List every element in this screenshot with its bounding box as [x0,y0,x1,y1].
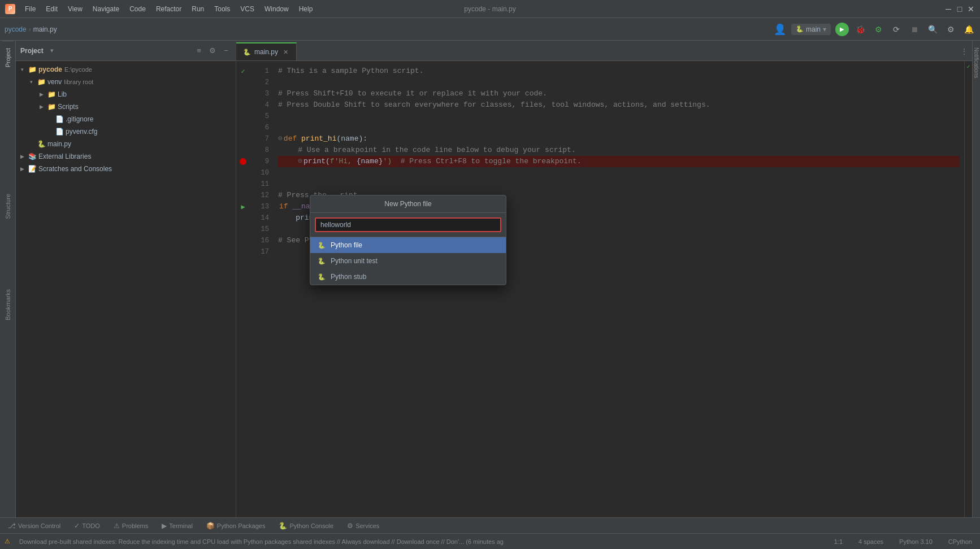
status-indent[interactable]: 4 spaces [855,537,887,546]
code-funcname-7: print_hi [301,133,336,145]
editor-tabs: 🐍 main.py ✕ ⋮ [236,41,972,61]
dialog-option-unit-test[interactable]: 🐍 Python unit test [310,253,506,269]
problems-icon: ⚠ [114,522,120,530]
status-python[interactable]: Python 3.10 [896,537,936,546]
tree-item-root[interactable]: ▾ 📁 pycode E:\pycode [16,63,236,76]
structure-tab-strip[interactable]: Structure [2,187,14,226]
bottom-tab-todo[interactable]: ✓ TODO [68,520,106,531]
coverage-button[interactable]: ⚙ [871,23,885,36]
run-button[interactable]: ▶ [835,23,849,36]
gitignore-icon: 📄 [55,115,64,124]
menu-navigate[interactable]: Navigate [88,3,124,15]
bottom-tab-packages[interactable]: 📦 Python Packages [201,520,271,531]
tree-label-pyvenv: pyvenv.cfg [66,128,97,136]
tab-more[interactable]: ⋮ [956,42,972,60]
logo-icon: P [5,4,15,14]
tree-item-lib[interactable]: ▶ 📁 Lib [16,88,236,101]
tree-label-scratches: Scratches and Consoles [38,165,112,173]
panel-header-icons: ≡ ⚙ − [194,46,231,56]
menu-run[interactable]: Run [187,3,209,15]
new-file-input[interactable] [315,217,501,232]
tree-item-venv[interactable]: ▾ 📁 venv library root [16,76,236,88]
gutter-line-15 [236,224,250,235]
code-text-8: # Use a breakpoint in the code line belo… [298,145,575,156]
menu-tools[interactable]: Tools [210,3,235,15]
bottom-tab-problems[interactable]: ⚠ Problems [108,520,154,531]
panel-settings[interactable]: ⚙ [207,46,218,56]
status-position[interactable]: 1:1 [831,537,846,546]
profile-button[interactable]: 👤 [773,23,787,36]
panel-minimize[interactable]: − [221,46,231,56]
app-logo: P [5,3,16,15]
tree-label-gitignore: .gitignore [66,115,93,123]
tree-item-external[interactable]: ▶ 📚 External Libraries [16,150,236,163]
packages-icon: 📦 [206,522,215,530]
close-button[interactable]: ✕ [966,5,975,14]
python-file-label: Python file [331,241,362,249]
fold-indicator-7[interactable]: ⊖ [278,133,283,145]
menu-file[interactable]: File [20,3,40,15]
menu-help[interactable]: Help [294,3,318,15]
tree-item-pyvenv[interactable]: 📄 pyvenv.cfg [16,125,236,138]
project-tab-strip[interactable]: Project [2,41,14,74]
project-panel-dropdown[interactable]: ▾ [50,47,54,54]
bottom-tab-terminal[interactable]: ▶ Terminal [156,520,198,531]
unit-test-label: Python unit test [331,257,378,265]
bottom-tab-console[interactable]: 🐍 Python Console [273,520,339,531]
tree-label-external: External Libraries [38,152,91,160]
code-content[interactable]: # This is a sample Python script. # Pres… [274,61,964,517]
line-num-5: 5 [250,111,269,122]
tree-item-main[interactable]: 🐍 main.py [16,138,236,150]
tree-arrow-root: ▾ [18,66,26,73]
code-comment-9: # Press Ctrl+F8 to toggle the breakpoint… [392,156,581,167]
breadcrumb-file[interactable]: main.py [33,25,57,33]
editor-tab-main[interactable]: 🐍 main.py ✕ [236,42,297,60]
gutter-line-14 [236,212,250,224]
menu-code[interactable]: Code [125,3,150,15]
code-brace-open-9: { [357,156,361,167]
notifications-strip: Notifications [972,41,980,517]
code-text-1: # This is a sample Python script. [278,66,423,77]
status-python-value: Python 3.10 [899,538,933,545]
line-num-9: 9 [250,156,269,167]
menu-view[interactable]: View [63,3,87,15]
dialog-option-python-file[interactable]: 🐍 Python file [310,237,506,253]
notifications-button[interactable]: 🔔 [962,23,975,36]
settings-button[interactable]: ⚙ [944,23,957,36]
tree-arrow-external: ▶ [18,152,26,160]
bottom-tab-services[interactable]: ⚙ Services [341,520,385,531]
notifications-label[interactable]: Notifications [973,47,979,78]
project-panel-header: Project ▾ ≡ ⚙ − [16,41,236,61]
title-bar: P File Edit View Navigate Code Refactor … [0,0,980,18]
dialog-option-stub[interactable]: 🐍 Python stub [310,269,506,285]
gutter-line-16 [236,235,250,246]
tab-close-main[interactable]: ✕ [281,48,289,56]
maximize-button[interactable]: □ [955,5,964,14]
gutter-line-1: ✓ [236,66,250,77]
code-line-7: ⊖ def print_hi (name): [278,133,960,145]
gutter-line-5 [236,111,250,122]
status-warning-icon: ⚠ [5,538,10,545]
tree-sublabel-venv: library root [64,79,93,85]
bottom-tab-vcs[interactable]: ⎇ Version Control [2,520,66,531]
bookmarks-tab-strip[interactable]: Bookmarks [2,282,14,327]
minimize-button[interactable]: ─ [944,5,953,14]
reload-button[interactable]: ⟳ [890,23,903,36]
menu-edit[interactable]: Edit [41,3,62,15]
search-button[interactable]: 🔍 [926,23,939,36]
breadcrumb-project[interactable]: pycode [5,25,27,33]
menu-vcs[interactable]: VCS [236,3,259,15]
stop-button[interactable]: ⏹ [908,23,921,36]
run-config-arrow: ▾ [823,25,826,33]
panel-collapse-all[interactable]: ≡ [194,46,204,56]
tree-item-scripts[interactable]: ▶ 📁 Scripts [16,101,236,113]
breakpoint-indicator[interactable] [240,158,246,165]
tree-arrow-venv: ▾ [27,78,35,86]
status-git[interactable]: CPython [945,537,975,546]
debug-button[interactable]: 🐞 [853,23,867,36]
tree-item-gitignore[interactable]: 📄 .gitignore [16,113,236,125]
menu-window[interactable]: Window [260,3,293,15]
menu-refactor[interactable]: Refactor [151,3,186,15]
tree-item-scratches[interactable]: ▶ 📝 Scratches and Consoles [16,163,236,175]
run-config-selector[interactable]: 🐍 main ▾ [791,24,831,35]
